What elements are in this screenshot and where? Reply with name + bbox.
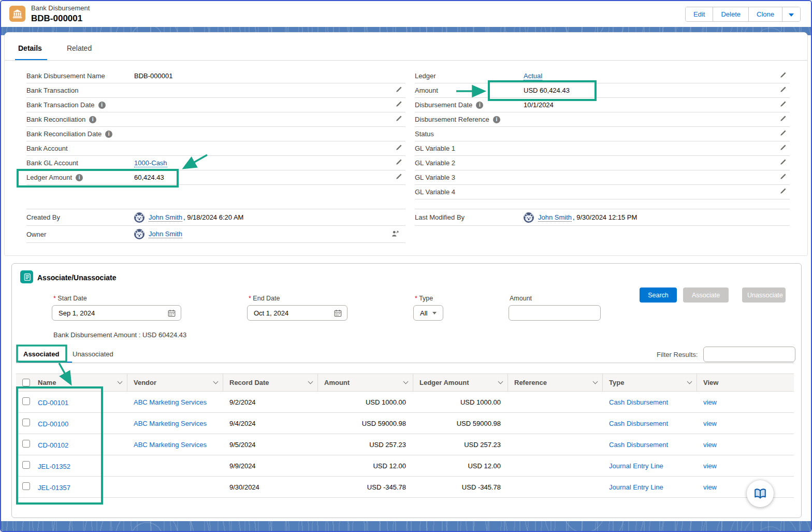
row-checkbox[interactable] — [22, 397, 30, 405]
start-date-input[interactable]: Sep 1, 2024 — [52, 305, 181, 321]
edit-field-button[interactable] — [778, 114, 788, 125]
calendar-icon[interactable] — [168, 309, 176, 317]
edit-field-button[interactable] — [778, 186, 788, 197]
cell-text: USD 1000.00 — [460, 398, 501, 406]
info-icon — [89, 116, 96, 123]
field-value-link[interactable]: 1000-Cash — [134, 159, 167, 167]
row-checkbox[interactable] — [22, 419, 30, 426]
delete-button[interactable]: Delete — [713, 7, 749, 21]
edit-button[interactable]: Edit — [686, 7, 713, 21]
owner-user-link[interactable]: John Smith — [149, 230, 182, 238]
record-link[interactable]: JEL-01352 — [38, 463, 70, 470]
field-label: Bank Reconciliation Date — [26, 130, 134, 138]
divider — [16, 363, 794, 363]
edit-field-button[interactable] — [778, 85, 788, 96]
edit-field-button[interactable] — [778, 157, 788, 168]
search-button[interactable]: Search — [640, 287, 677, 303]
more-actions-button[interactable] — [782, 7, 800, 21]
field-value-link[interactable]: Actual — [524, 72, 542, 80]
calendar-icon[interactable] — [334, 309, 342, 317]
help-guidance-button[interactable] — [747, 480, 774, 507]
record-link[interactable]: CD-00101 — [38, 399, 68, 407]
tab-related[interactable]: Related — [66, 44, 93, 52]
tab-unassociated[interactable]: Unassociated — [72, 350, 113, 358]
edit-field-button[interactable] — [778, 143, 788, 154]
column-header-type[interactable]: Type — [603, 374, 697, 391]
edit-field-button[interactable] — [394, 85, 403, 96]
edit-field-button[interactable] — [394, 157, 403, 168]
filter-results-input[interactable] — [703, 347, 795, 362]
amount-filter-input[interactable] — [509, 305, 601, 321]
column-header-name[interactable]: Name — [16, 374, 127, 391]
row-checkbox[interactable] — [22, 482, 30, 490]
edit-field-button[interactable] — [778, 70, 788, 81]
vendor-link[interactable]: ABC Marketing Services — [134, 441, 207, 449]
view-link[interactable]: view — [703, 398, 717, 406]
chevron-down-icon[interactable] — [213, 379, 219, 384]
clone-button[interactable]: Clone — [749, 7, 782, 21]
cell-text: 9/2/2024 — [229, 398, 256, 406]
type-link[interactable]: Cash Disbursement — [609, 420, 668, 427]
chevron-down-icon[interactable] — [498, 379, 503, 384]
column-header-amount[interactable]: Amount — [318, 374, 413, 391]
tab-associated[interactable]: Associated — [23, 350, 59, 358]
field-label: GL Variable 2 — [415, 159, 524, 167]
field-row: GL Variable 3 — [415, 170, 790, 185]
type-link[interactable]: Journal Entry Line — [609, 462, 663, 470]
cell-text: USD -345.78 — [367, 483, 406, 491]
type-link[interactable]: Cash Disbursement — [609, 441, 668, 449]
vendor-link[interactable]: ABC Marketing Services — [134, 420, 207, 427]
edit-field-button[interactable] — [778, 172, 788, 183]
edit-field-button[interactable] — [394, 99, 403, 110]
chevron-down-icon[interactable] — [308, 379, 313, 384]
table-row: CD-00100ABC Marketing Services9/4/2024US… — [16, 413, 794, 434]
last-modified-timestamp: , 9/30/2024 12:15 PM — [573, 213, 637, 221]
column-header-record_date[interactable]: Record Date — [223, 374, 318, 391]
column-header-view[interactable]: View — [697, 374, 794, 391]
chevron-down-icon[interactable] — [593, 379, 598, 384]
vendor-link[interactable]: ABC Marketing Services — [134, 398, 207, 406]
column-header-vendor[interactable]: Vendor — [127, 374, 223, 391]
column-header-ledger_amount[interactable]: Ledger Amount — [413, 374, 508, 391]
record-link[interactable]: CD-00100 — [38, 420, 68, 428]
edit-field-button[interactable] — [778, 99, 788, 110]
field-label: Disbursement Reference — [415, 116, 524, 123]
filter-results-label: Filter Results: — [657, 351, 698, 358]
view-link[interactable]: view — [703, 462, 717, 470]
cell-text: USD 59000.98 — [362, 420, 406, 427]
chevron-down-icon[interactable] — [687, 379, 692, 384]
view-link[interactable]: view — [703, 441, 717, 449]
row-checkbox[interactable] — [22, 440, 30, 448]
created-by-user-link[interactable]: John Smith — [149, 213, 182, 222]
chevron-down-icon — [432, 312, 437, 314]
cell-text: USD 1000.00 — [366, 398, 406, 406]
edit-field-button[interactable] — [778, 128, 788, 139]
field-label: Bank Transaction — [26, 87, 134, 94]
edit-field-button[interactable] — [394, 172, 403, 183]
type-link[interactable]: Journal Entry Line — [609, 483, 663, 491]
end-date-input[interactable]: Oct 1, 2024 — [247, 305, 347, 321]
unassociate-button[interactable]: Unassociate — [742, 287, 786, 303]
last-modified-user-link[interactable]: John Smith — [538, 213, 572, 222]
column-header-reference[interactable]: Reference — [508, 374, 603, 391]
details-card: Details Related Bank Disbursement NameBD… — [4, 32, 808, 256]
type-select[interactable]: All — [413, 305, 443, 321]
edit-field-button[interactable] — [394, 143, 403, 154]
change-owner-icon[interactable] — [388, 229, 402, 240]
cell-view: view — [697, 441, 794, 449]
bank-icon — [12, 9, 22, 19]
type-link[interactable]: Cash Disbursement — [609, 398, 668, 406]
record-link[interactable]: JEL-01357 — [38, 484, 70, 492]
tab-details[interactable]: Details — [17, 44, 43, 52]
view-link[interactable]: view — [703, 483, 717, 491]
row-checkbox[interactable] — [22, 461, 30, 469]
edit-field-button[interactable] — [394, 114, 403, 125]
chevron-down-icon[interactable] — [403, 379, 409, 384]
associate-button[interactable]: Associate — [683, 287, 729, 303]
open-book-icon — [752, 486, 768, 501]
record-header: Bank Disbursement BDB-000001 Edit Delete… — [1, 1, 811, 27]
view-link[interactable]: view — [703, 420, 717, 427]
select-all-checkbox[interactable] — [22, 379, 30, 386]
chevron-down-icon[interactable] — [118, 379, 123, 384]
record-link[interactable]: CD-00102 — [38, 441, 68, 449]
